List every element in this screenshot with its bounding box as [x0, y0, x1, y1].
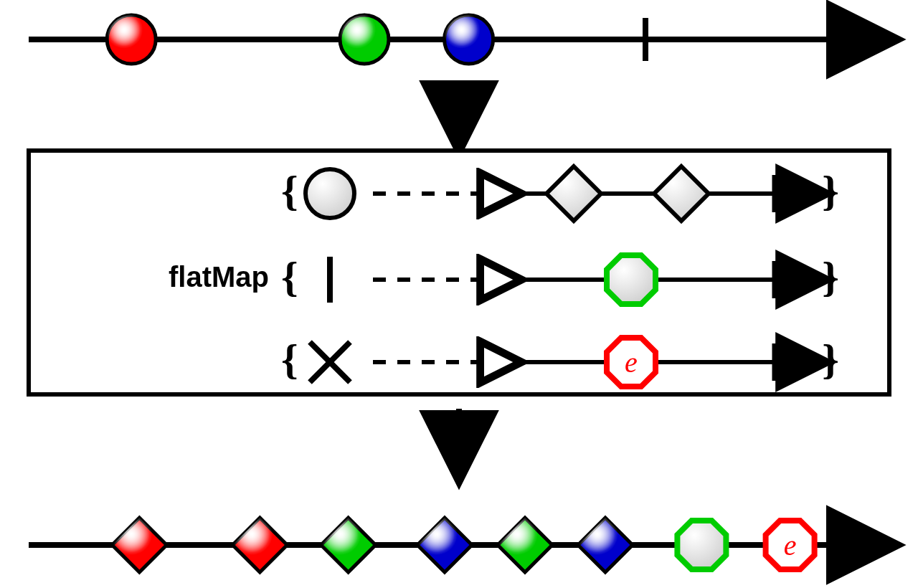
- input-marble: [340, 15, 389, 64]
- svg-text:{: {: [281, 167, 298, 214]
- svg-text:}: }: [822, 253, 839, 300]
- input-marble: [445, 15, 493, 64]
- output-timeline: e: [29, 518, 882, 572]
- output-marble: [417, 518, 472, 572]
- output-marble: [112, 518, 166, 572]
- operator-label: flatMap: [169, 261, 269, 293]
- svg-rect-9: [29, 151, 889, 394]
- svg-text:}: }: [822, 336, 839, 383]
- marble-diagram: flatMap {}{}{}e e: [0, 0, 918, 588]
- output-marble: [578, 518, 633, 572]
- output-terminal: e: [766, 521, 815, 569]
- output-marble: [232, 518, 287, 572]
- error-label: e: [625, 346, 638, 379]
- output-marble: [321, 518, 376, 572]
- emit-octagon: [607, 255, 656, 304]
- svg-point-3: [107, 15, 156, 64]
- output-marble: [498, 518, 552, 572]
- input-timeline: [29, 15, 882, 64]
- svg-text:{: {: [281, 336, 298, 383]
- operator-box: flatMap {}{}{}e: [29, 151, 889, 394]
- svg-point-5: [340, 15, 389, 64]
- svg-text:}: }: [822, 167, 839, 214]
- output-error-label: e: [784, 529, 797, 561]
- svg-point-7: [445, 15, 493, 64]
- on-next-glyph: [306, 169, 354, 218]
- output-marble: [677, 521, 726, 569]
- input-marble: [107, 15, 156, 64]
- svg-text:{: {: [281, 253, 298, 300]
